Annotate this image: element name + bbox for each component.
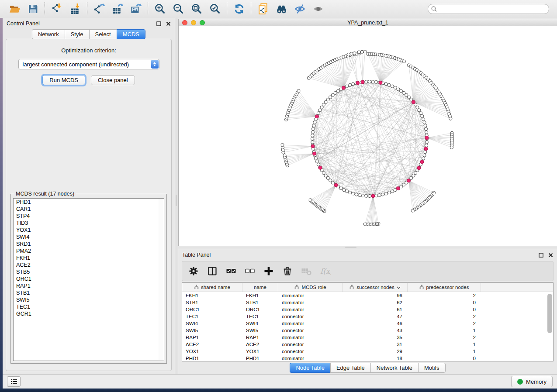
mcds-list-item[interactable]: PMA2 bbox=[14, 248, 164, 254]
search-input[interactable] bbox=[439, 6, 546, 13]
table-row[interactable]: RAP1RAP1dominator352 bbox=[182, 334, 553, 341]
close-panel-icon[interactable] bbox=[166, 21, 171, 26]
mcds-list-item[interactable]: SRD1 bbox=[14, 241, 164, 248]
column-header-predecessor-nodes[interactable]: predecessor nodes bbox=[408, 283, 481, 292]
mcds-list-item[interactable]: TEC1 bbox=[14, 303, 164, 310]
close-panel-icon[interactable] bbox=[548, 253, 553, 258]
zoom-selected-icon[interactable] bbox=[208, 3, 221, 16]
mcds-list-item[interactable]: ORC1 bbox=[14, 275, 164, 282]
mcds-result-list[interactable]: PHD1CAR1STP4TID3YOX1SWI4SRD1PMA2FKH1ACE2… bbox=[13, 198, 164, 361]
show-graphics-details-icon[interactable] bbox=[311, 3, 325, 16]
column-header-successor-nodes[interactable]: successor nodes bbox=[343, 283, 408, 292]
table-cell: FKH1 bbox=[242, 293, 278, 298]
list-scrollbar[interactable] bbox=[158, 199, 163, 360]
table-cell: SWI4 bbox=[242, 321, 278, 326]
table-row[interactable]: STB1STB1dominator620 bbox=[182, 299, 553, 306]
column-type-icon bbox=[349, 285, 354, 290]
table-cell: dominator bbox=[278, 300, 343, 305]
column-header-MCDS-role[interactable]: MCDS role bbox=[278, 283, 343, 292]
table-mode-gear-icon[interactable] bbox=[188, 265, 199, 277]
table-cell: 2 bbox=[408, 321, 481, 326]
mcds-list-item[interactable]: PHD1 bbox=[14, 199, 164, 206]
tab-edge-table[interactable]: Edge Table bbox=[330, 363, 370, 373]
close-panel-button[interactable]: Close panel bbox=[91, 75, 135, 85]
save-session-icon[interactable] bbox=[26, 3, 39, 16]
table-scrollbar[interactable] bbox=[547, 293, 552, 361]
table-panel: Table Panel f(x) shared namenameMCDS rol… bbox=[178, 249, 557, 374]
mcds-list-item[interactable]: SWI5 bbox=[14, 296, 164, 303]
close-window-icon[interactable] bbox=[182, 20, 187, 25]
hide-graphics-details-icon[interactable] bbox=[293, 3, 306, 16]
memory-button[interactable]: Memory bbox=[511, 376, 553, 387]
float-window-icon[interactable] bbox=[539, 253, 543, 258]
float-window-icon[interactable] bbox=[156, 21, 161, 26]
network-titlebar[interactable]: YPA_prune.txt_1 bbox=[179, 19, 557, 26]
deselect-all-rows-icon[interactable] bbox=[244, 265, 256, 277]
mcds-list-item[interactable]: STB5 bbox=[14, 268, 164, 275]
mcds-list-item[interactable]: YOX1 bbox=[14, 227, 164, 234]
task-list-icon[interactable] bbox=[7, 376, 21, 387]
select-all-rows-icon[interactable] bbox=[225, 265, 237, 277]
open-file-icon[interactable] bbox=[8, 3, 21, 16]
table-row[interactable]: ORC1ORC1dominator610 bbox=[182, 306, 553, 313]
mcds-list-item[interactable]: GCR1 bbox=[14, 310, 164, 317]
horizontal-splitter[interactable] bbox=[178, 246, 557, 249]
tab-node-table[interactable]: Node Table bbox=[290, 363, 330, 373]
tab-motifs[interactable]: Motifs bbox=[418, 363, 446, 373]
zoom-fit-icon[interactable] bbox=[190, 3, 203, 16]
mcds-list-item[interactable]: FKH1 bbox=[14, 254, 164, 261]
mcds-list-item[interactable]: STP4 bbox=[14, 213, 164, 220]
create-column-icon[interactable] bbox=[263, 265, 274, 277]
table-row[interactable]: FKH1FKH1dominator962 bbox=[182, 292, 553, 299]
show-hide-columns-icon[interactable] bbox=[207, 265, 218, 277]
tab-network-table[interactable]: Network Table bbox=[370, 363, 418, 373]
tab-network[interactable]: Network bbox=[32, 29, 65, 39]
export-table-icon[interactable] bbox=[111, 3, 124, 16]
table-row[interactable]: TEC1TEC1connector472 bbox=[182, 313, 553, 320]
mcds-list-item[interactable]: CAR1 bbox=[14, 206, 164, 213]
table-row[interactable]: SWI4SWI4dominator462 bbox=[182, 320, 553, 327]
export-network-icon[interactable] bbox=[93, 3, 106, 16]
column-header-shared-name[interactable]: shared name bbox=[182, 283, 242, 292]
table-cell: connector bbox=[278, 342, 343, 347]
refresh-view-icon[interactable] bbox=[232, 3, 246, 16]
network-canvas[interactable] bbox=[179, 26, 557, 246]
table-cell: connector bbox=[278, 328, 343, 333]
new-network-document-icon[interactable] bbox=[256, 3, 270, 16]
export-image-icon[interactable] bbox=[129, 3, 142, 16]
mcds-list-item[interactable]: ACE2 bbox=[14, 261, 164, 268]
table-cell: PHD1 bbox=[182, 356, 242, 361]
run-mcds-button[interactable]: Run MCDS bbox=[42, 75, 85, 85]
birds-eye-view-icon[interactable] bbox=[275, 3, 288, 16]
maximize-window-icon[interactable] bbox=[200, 20, 205, 25]
tab-select[interactable]: Select bbox=[89, 29, 117, 39]
import-network-icon[interactable] bbox=[50, 3, 63, 16]
delete-columns-icon[interactable] bbox=[282, 265, 293, 277]
tab-mcds[interactable]: MCDS bbox=[117, 29, 145, 39]
mcds-list-item[interactable]: STB1 bbox=[14, 289, 164, 296]
table-cell: RAP1 bbox=[242, 335, 278, 340]
table-row[interactable]: YOX1YOX1connector291 bbox=[182, 348, 553, 355]
zoom-out-icon[interactable] bbox=[172, 3, 185, 16]
table-cell: ORC1 bbox=[242, 307, 278, 312]
mcds-list-item[interactable]: RAP1 bbox=[14, 282, 164, 289]
optimization-select[interactable]: largest connected component (undirected) bbox=[18, 59, 159, 69]
vertical-splitter[interactable] bbox=[175, 18, 178, 374]
table-cell: TEC1 bbox=[182, 314, 242, 319]
network-graph[interactable] bbox=[179, 26, 557, 244]
scrollbar-thumb[interactable] bbox=[547, 294, 552, 333]
table-header-row: shared namenameMCDS rolesuccessor nodesp… bbox=[182, 283, 553, 292]
control-panel-tabs: NetworkStyleSelectMCDS bbox=[3, 29, 175, 39]
table-row[interactable]: SWI5SWI5connector431 bbox=[182, 327, 553, 334]
mcds-list-item[interactable]: SWI4 bbox=[14, 234, 164, 241]
column-type-icon bbox=[419, 285, 424, 290]
column-header-name[interactable]: name bbox=[242, 283, 278, 292]
mcds-list-item[interactable]: TID3 bbox=[14, 220, 164, 227]
table-row[interactable]: ACE2ACE2connector311 bbox=[182, 341, 553, 348]
zoom-in-icon[interactable] bbox=[153, 3, 166, 16]
import-table-icon[interactable] bbox=[69, 3, 82, 16]
table-row[interactable]: PHD1PHD1dominator180 bbox=[182, 355, 553, 361]
search-box[interactable] bbox=[428, 4, 549, 14]
minimize-window-icon[interactable] bbox=[191, 20, 196, 25]
tab-style[interactable]: Style bbox=[65, 29, 89, 39]
